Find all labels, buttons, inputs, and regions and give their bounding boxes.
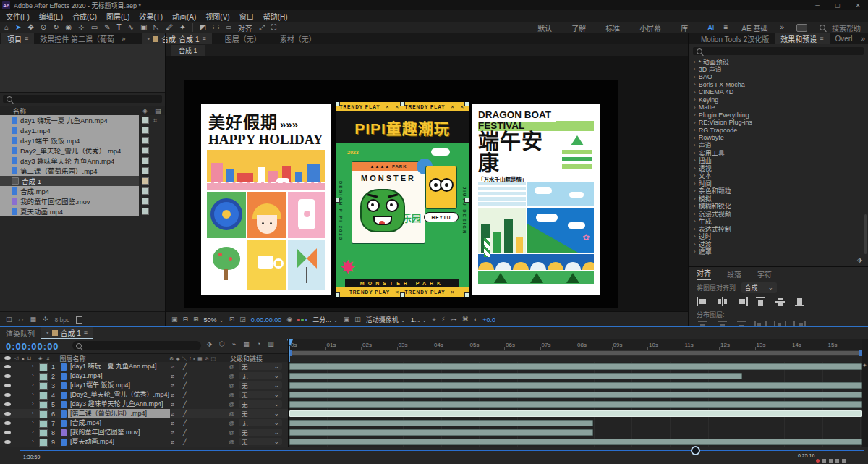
collapse-switch[interactable]: ⧄ <box>171 420 174 427</box>
clone-stamp-tool-icon[interactable]: ▣ <box>140 24 147 31</box>
puppet-pin-tool-icon[interactable]: ✦ <box>179 24 185 31</box>
effects-category[interactable]: ›Rowbyte <box>689 134 863 142</box>
tab-overlord[interactable]: Overl <box>830 33 859 44</box>
align-to-dropdown[interactable]: 合成⌄ <box>741 282 778 293</box>
label-swatch[interactable] <box>39 363 48 371</box>
effects-category[interactable]: ›Keying <box>689 96 863 104</box>
layer-row[interactable]: › 7 [合成.mp4] ⧄╱ @ 无⌄ <box>0 418 288 429</box>
label-swatch[interactable] <box>39 410 48 418</box>
menu-effect[interactable]: 效果(T) <box>139 11 163 22</box>
pickwhip-icon[interactable]: @ <box>229 392 234 398</box>
shape-tool-icon[interactable]: ▭ <box>91 24 98 31</box>
workspace-library[interactable]: 库 <box>681 22 688 33</box>
parent-dropdown[interactable]: 无⌄ <box>239 419 282 426</box>
menu-view[interactable]: 视图(V) <box>205 11 229 22</box>
parent-dropdown[interactable]: 无⌄ <box>239 429 282 436</box>
frame-blending-icon[interactable]: ▦ <box>243 341 250 347</box>
effects-category[interactable]: ›过时 <box>689 233 863 241</box>
menu-animation[interactable]: 动画(A) <box>172 11 196 22</box>
layer-name[interactable]: [合成.mp4] <box>68 418 170 427</box>
effects-category[interactable]: ›Matte <box>689 104 863 111</box>
view-layout-dropdown[interactable]: 1... ⌄ <box>411 316 427 324</box>
eraser-tool-icon[interactable]: ◺ <box>154 24 160 31</box>
effects-category[interactable]: ›BAO <box>689 73 863 81</box>
tab-layer-viewer[interactable]: 图层（无） <box>219 33 267 44</box>
quality-switch[interactable]: ╱ <box>183 373 187 379</box>
project-item[interactable]: day1.mp4 <box>0 125 165 135</box>
project-item[interactable]: Day2_单天轮_雪儿（优秀）.mp4 <box>0 145 165 156</box>
align-vcenter-button[interactable] <box>774 297 786 306</box>
visibility-toggle[interactable] <box>4 374 11 378</box>
pan-behind-tool-icon[interactable]: ⊹ <box>78 24 84 31</box>
switches-column-icons[interactable]: ⚙◈＼fx▦⊘⬚ <box>169 355 218 362</box>
collapse-switch[interactable]: ⧄ <box>171 373 174 380</box>
camera-dropdown[interactable]: 活动摄像机 ⌄ <box>366 315 406 324</box>
label-swatch[interactable] <box>142 198 149 205</box>
interpret-footage-icon[interactable]: ◫ <box>6 316 12 323</box>
tab-render-queue[interactable]: 渲染队列 <box>0 327 41 339</box>
expand-chevron[interactable]: › <box>32 438 34 444</box>
label-swatch[interactable] <box>39 392 48 400</box>
shy-layers-icon[interactable]: ⌁ <box>232 341 236 347</box>
workspace-standard[interactable]: 标准 <box>605 22 620 33</box>
visibility-toggle[interactable] <box>4 402 11 406</box>
tab-effect-controls[interactable]: 效果控件 第二课（葡萄 <box>34 33 120 44</box>
effects-category[interactable]: ›扭曲 <box>689 157 863 165</box>
layer-name[interactable]: [day1.mp4] <box>68 371 170 380</box>
type-tool-icon[interactable]: T <box>117 24 122 31</box>
project-search-input[interactable] <box>3 95 162 103</box>
align-left-button[interactable] <box>697 297 709 306</box>
quality-switch[interactable]: ╱ <box>183 382 187 389</box>
reset-exposure-icon[interactable]: ◐ <box>474 316 477 323</box>
visibility-toggle[interactable] <box>4 431 11 434</box>
effects-category[interactable]: ›CINEMA 4D <box>689 88 863 96</box>
expand-chevron[interactable]: › <box>32 381 34 388</box>
viewer-mini-tab[interactable]: 合成 1 <box>171 45 205 56</box>
layer-row[interactable]: › 5 [day3 趣味单天轮 九鱼Ann.mp4] ⧄╱ @ 无⌄ <box>0 400 288 410</box>
collapse-switch[interactable]: ⧄ <box>171 382 174 389</box>
label-swatch[interactable] <box>142 137 149 144</box>
menu-window[interactable]: 窗口 <box>239 11 254 22</box>
choose-grid-icon[interactable]: ⊡ <box>229 316 235 323</box>
layer-duration-bar[interactable] <box>289 401 862 408</box>
pickwhip-icon[interactable]: @ <box>229 420 234 426</box>
right-tabs-overflow[interactable]: » <box>858 33 868 44</box>
channel-icon[interactable] <box>297 319 307 321</box>
tab-timeline-comp[interactable]: • 合成 1≡ <box>41 327 93 339</box>
fast-previews-icon[interactable]: ⚡ <box>441 316 446 323</box>
new-animation-preset-icon[interactable]: ⬗ <box>857 257 862 263</box>
expand-chevron[interactable]: › <box>32 400 34 407</box>
layer-name[interactable]: [夏天动画.mp4] <box>68 437 170 446</box>
comment-column-icon[interactable]: ▤ <box>155 108 161 114</box>
quality-switch[interactable]: ╱ <box>183 410 187 417</box>
exposure-value[interactable]: +0.0 <box>482 316 495 324</box>
collapse-switch[interactable]: ⧄ <box>171 439 174 446</box>
selection-handle[interactable] <box>464 292 469 297</box>
poster-happy-holiday[interactable]: 美好假期»»» HAPPY HOLIDAY <box>201 104 331 295</box>
motion-blur-icon[interactable]: ◔ <box>257 341 260 347</box>
layer-row[interactable]: › 3 [day1端午 饭饭.mp4] ⧄╱ @ 无⌄ <box>0 381 288 391</box>
effects-category[interactable]: ›Plugin Everything <box>689 111 863 119</box>
project-item[interactable]: 我的童年回忆图鉴.mov <box>0 196 165 206</box>
new-folder-icon[interactable]: ▱ <box>19 316 24 323</box>
label-swatch[interactable] <box>39 429 48 437</box>
label-swatch[interactable] <box>39 373 48 381</box>
camera-tool-icon[interactable]: ◉ <box>66 24 72 31</box>
tab-align[interactable]: 对齐 <box>697 267 711 280</box>
visibility-toggle[interactable] <box>4 421 11 425</box>
timeline-search-input[interactable] <box>72 341 201 350</box>
align-right-button[interactable] <box>736 297 748 306</box>
menu-help[interactable]: 帮助(H) <box>263 11 288 22</box>
pickwhip-icon[interactable]: @ <box>229 401 234 408</box>
effects-category[interactable]: ›遮罩 <box>689 248 863 256</box>
lock-column-icon[interactable]: ⊔ <box>27 355 31 361</box>
quality-switch[interactable]: ╱ <box>183 429 187 436</box>
layer-row[interactable]: › 2 [day1.mp4] ⧄╱ @ 无⌄ <box>0 371 288 381</box>
parent-dropdown[interactable]: 无⌄ <box>239 410 282 417</box>
project-item[interactable]: day1端午 饭饭.mp4 <box>0 135 165 145</box>
tab-composition[interactable]: • 合成合成 1≡ <box>142 33 212 44</box>
project-item[interactable]: 合成.mp4 <box>0 186 165 196</box>
collapse-switch[interactable]: ⧄ <box>171 401 174 408</box>
project-item[interactable]: day1 嗨玩一夏 九鱼Ann.mp4 ⌗ <box>0 115 165 125</box>
workspace-learn[interactable]: 了解 <box>571 22 586 33</box>
